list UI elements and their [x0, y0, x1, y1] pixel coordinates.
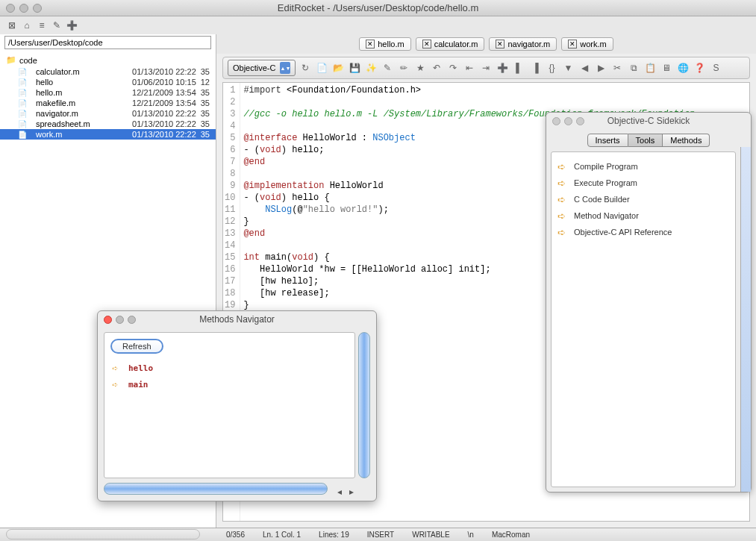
highlight-icon[interactable]: ✎ — [381, 61, 394, 75]
globe-icon[interactable]: 🌐 — [676, 61, 690, 75]
sidebar-hscrollbar[interactable] — [6, 529, 200, 540]
arrow-icon — [557, 178, 568, 188]
plus-icon[interactable]: ➕ — [66, 19, 78, 31]
braces-icon[interactable]: {} — [545, 61, 558, 75]
screen-icon[interactable]: 🖥 — [660, 61, 673, 75]
list-icon[interactable]: ≡ — [36, 19, 48, 31]
open-folder-icon[interactable]: 📂 — [331, 61, 345, 75]
tab-label: hello.m — [378, 40, 404, 49]
file-date: 01/13/2010 22:22 — [132, 67, 196, 76]
close-file-icon[interactable]: ⊠ — [6, 19, 18, 31]
s-icon[interactable]: S — [709, 61, 722, 75]
file-name: navigator.m — [36, 109, 128, 118]
methods-nav-titlebar: Methods Navigator — [98, 311, 376, 328]
file-name: calculator.m — [36, 67, 128, 76]
new-file-icon[interactable]: 📄 — [315, 61, 328, 75]
editor-tab[interactable]: ✕work.m — [561, 37, 613, 51]
sidekick-item[interactable]: C Code Builder — [556, 191, 731, 207]
copy-icon[interactable]: ⧉ — [627, 61, 640, 75]
file-size: 35 — [201, 98, 210, 107]
sidekick-item[interactable]: Compile Program — [556, 158, 731, 175]
status-mode: INSERT — [367, 531, 395, 539]
method-item[interactable]: hello — [110, 360, 349, 376]
redo-icon[interactable]: ↷ — [446, 61, 460, 75]
refresh-button[interactable]: Refresh — [110, 339, 163, 354]
sidekick-item[interactable]: Objective-C API Reference — [556, 224, 731, 240]
file-date: 01/13/2010 22:22 — [132, 109, 196, 118]
nav-back-icon[interactable]: ◀ — [578, 61, 591, 75]
status-position: 0/356 — [226, 531, 245, 539]
path-input[interactable] — [4, 36, 211, 49]
sidekick-tab[interactable]: Tools — [628, 134, 663, 147]
file-row[interactable]: spreadsheet.m01/13/2010 22:2235 — [0, 119, 216, 129]
add-icon[interactable]: ➕ — [496, 61, 509, 75]
scroll-left-icon[interactable]: ◂ — [334, 486, 346, 498]
down-icon[interactable]: ▼ — [561, 61, 575, 75]
tools-icon[interactable]: ✎ — [51, 19, 63, 31]
folder-icon — [6, 55, 16, 65]
method-item[interactable]: main — [110, 376, 349, 393]
methods-nav-hscrollbar[interactable] — [104, 483, 328, 495]
file-name: hello.m — [36, 88, 128, 97]
sidekick-item[interactable]: Execute Program — [556, 175, 731, 191]
refresh-icon[interactable]: ↻ — [299, 61, 312, 75]
align-left-icon[interactable]: ▌ — [512, 61, 525, 75]
file-row[interactable]: calculator.m01/13/2010 22:2235 — [0, 66, 216, 77]
file-row[interactable]: makefile.m12/21/2009 13:5435 — [0, 98, 216, 108]
status-writable: WRITABLE — [412, 531, 449, 539]
editor-tab-strip: ✕hello.m✕calculator.m✕navigator.m✕work.m — [216, 34, 756, 54]
home-icon[interactable]: ⌂ — [21, 19, 33, 31]
nav-fwd-icon[interactable]: ▶ — [594, 61, 607, 75]
align-right-icon[interactable]: ▐ — [528, 61, 542, 75]
arrow-icon — [112, 363, 122, 373]
file-icon — [18, 130, 31, 139]
sidekick-scrollbar[interactable] — [740, 147, 751, 492]
close-tab-icon[interactable]: ✕ — [568, 40, 577, 49]
close-tab-icon[interactable]: ✕ — [422, 40, 431, 49]
editor-tab[interactable]: ✕calculator.m — [416, 37, 485, 51]
scroll-right-icon[interactable]: ▸ — [346, 486, 357, 498]
sidekick-titlebar: Objective-C Sidekick — [546, 113, 751, 129]
sidekick-tabs: InsertsToolsMethods — [546, 134, 751, 147]
method-name: main — [128, 380, 149, 390]
file-size: 35 — [201, 88, 210, 97]
editor-tab[interactable]: ✕navigator.m — [489, 37, 557, 51]
sidekick-tab[interactable]: Methods — [663, 134, 710, 147]
file-row[interactable]: hello01/06/2010 10:1512 — [0, 77, 216, 87]
window-titlebar: EditRocket - /Users/user/Desktop/code/he… — [0, 0, 756, 16]
editor-tab[interactable]: ✕hello.m — [359, 37, 410, 51]
status-encoding: MacRoman — [492, 531, 530, 539]
mini-toolbar: ⊠ ⌂ ≡ ✎ ➕ — [0, 16, 756, 34]
file-name: makefile.m — [36, 98, 128, 107]
undo-icon[interactable]: ↶ — [430, 61, 443, 75]
method-name: hello — [128, 363, 153, 373]
cut-icon[interactable]: ✂ — [610, 61, 624, 75]
file-row[interactable]: hello.m12/21/2009 13:5435 — [0, 87, 216, 98]
file-row[interactable]: work.m01/13/2010 22:2235 — [0, 129, 216, 140]
indent-left-icon[interactable]: ⇤ — [463, 61, 476, 75]
marker-icon[interactable]: ✏ — [397, 61, 410, 75]
sidekick-item[interactable]: Method Navigator — [556, 207, 731, 224]
methods-nav-vscrollbar[interactable] — [358, 332, 370, 478]
file-row[interactable]: navigator.m01/13/2010 22:2235 — [0, 108, 216, 119]
help-icon[interactable]: ❓ — [693, 61, 706, 75]
sidekick-panel: Objective-C Sidekick InsertsToolsMethods… — [546, 112, 752, 492]
wand-icon[interactable]: ✨ — [364, 61, 378, 75]
file-size: 35 — [201, 67, 210, 76]
bookmark-icon[interactable]: ★ — [413, 61, 427, 75]
sidekick-tab[interactable]: Inserts — [587, 134, 628, 147]
tree-root-folder[interactable]: code — [0, 54, 216, 66]
status-lines: Lines: 19 — [319, 531, 349, 539]
indent-right-icon[interactable]: ⇥ — [479, 61, 493, 75]
close-tab-icon[interactable]: ✕ — [366, 40, 375, 49]
file-name: hello — [36, 78, 128, 87]
methods-nav-body: Refresh hellomain — [104, 332, 355, 478]
save-icon[interactable]: 💾 — [348, 61, 361, 75]
close-tab-icon[interactable]: ✕ — [496, 40, 504, 49]
arrow-icon — [557, 227, 568, 237]
paste-icon[interactable]: 📋 — [643, 61, 657, 75]
file-icon — [18, 98, 31, 107]
language-selector[interactable]: Objective-C ▲▼ — [228, 60, 296, 76]
status-newline: \n — [468, 531, 474, 539]
file-icon — [18, 109, 31, 118]
